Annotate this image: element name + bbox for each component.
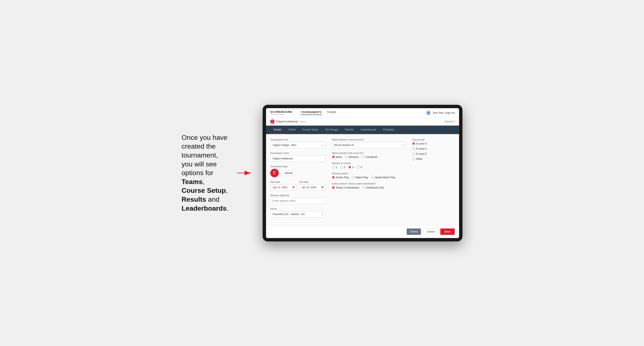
format-label-6count5: 6 count 5 bbox=[416, 152, 426, 155]
logo-area: SCOREBOARD Powered by clippd bbox=[270, 110, 292, 115]
sponsor-input[interactable] bbox=[270, 198, 326, 204]
dates-group: Start date 📅 End date 📅 bbox=[270, 181, 326, 191]
team-label: Is this event for Teams and/or Individua… bbox=[332, 182, 406, 185]
format-label-6count4: 6 count 4 bbox=[416, 147, 426, 150]
tournament-host-select[interactable]: Clippd College - Men bbox=[270, 142, 326, 148]
save-button[interactable]: Save bbox=[440, 228, 455, 235]
division-group: Which division is the event for? NCAA Di… bbox=[332, 138, 406, 148]
action-bar: Delete Cancel Save bbox=[266, 225, 459, 238]
tablet-frame: SCOREBOARD Powered by clippd TOURNAMENTS… bbox=[262, 105, 462, 241]
upload-button[interactable]: Upload bbox=[281, 170, 296, 176]
gender-label-mens: Mens bbox=[336, 156, 342, 159]
team-radio-teams[interactable] bbox=[332, 186, 335, 189]
tournament-logo-group: Tournament logo C Upload bbox=[270, 165, 326, 177]
rounds-label-3: 3 bbox=[352, 166, 354, 169]
venue-label: Venue bbox=[270, 207, 326, 210]
format-label-5count4: 5 count 4 bbox=[416, 142, 426, 145]
annotation-arrow bbox=[237, 167, 254, 179]
tab-printables[interactable]: Printables bbox=[380, 126, 398, 134]
end-date-group: End date 📅 bbox=[299, 181, 326, 191]
tournament-name-input[interactable] bbox=[270, 155, 326, 162]
rounds-label-4: 4 bbox=[360, 166, 362, 169]
tournament-name: Clippd Invitational bbox=[276, 120, 298, 123]
nav-link-tournaments[interactable]: TOURNAMENTS bbox=[301, 111, 322, 115]
gender-option-mens[interactable]: Mens bbox=[332, 156, 342, 159]
logo-title: SCOREBOARD bbox=[270, 110, 292, 114]
format-option-5count4[interactable]: 5 count 4 bbox=[412, 142, 455, 145]
tournament-host-label: Tournament Host bbox=[270, 138, 326, 141]
rounds-option-3[interactable]: 3 bbox=[348, 166, 354, 169]
tournament-name-group: Tournament name bbox=[270, 152, 326, 162]
rounds-option-4[interactable]: 4 bbox=[357, 166, 362, 169]
team-radio-individuals[interactable] bbox=[362, 186, 365, 189]
format-label-other: Other bbox=[416, 158, 422, 161]
tournament-logo-label: Tournament logo bbox=[270, 165, 326, 168]
gender-radio-combined[interactable] bbox=[362, 156, 364, 158]
right-column: Which division is the event for? NCAA Di… bbox=[332, 138, 406, 221]
gender-radio-womens[interactable] bbox=[345, 156, 348, 158]
gender-option-womens[interactable]: Womens bbox=[345, 156, 359, 159]
logo-upload-row: C Upload bbox=[270, 169, 326, 177]
scoring-radio-stroke[interactable] bbox=[332, 176, 335, 179]
tournament-logo-small: C bbox=[270, 119, 274, 124]
nav-links: TOURNAMENTS TEAMS bbox=[301, 111, 336, 115]
tab-details[interactable]: Details bbox=[270, 126, 285, 134]
scoring-option-medal-match[interactable]: Medal Match Play bbox=[371, 176, 395, 179]
scoring-option-match[interactable]: Match Play bbox=[352, 176, 368, 179]
rounds-label-2: 2 bbox=[344, 166, 346, 169]
gender-option-combined[interactable]: Combined bbox=[362, 156, 377, 159]
logo-circle: C bbox=[270, 169, 279, 177]
tab-teams[interactable]: Teams bbox=[285, 126, 299, 134]
scoring-label: Scoring system bbox=[332, 172, 406, 175]
format-radio-5count4[interactable] bbox=[412, 142, 415, 145]
format-option-other[interactable]: Other bbox=[412, 158, 455, 161]
format-options: 5 count 4 6 count 4 6 count 5 Other bbox=[412, 142, 455, 161]
rounds-radio-group: 1 2 3 4 bbox=[332, 166, 406, 169]
venue-group: Venue Peachtree GC - Atlanta - GA ▼ bbox=[270, 207, 326, 217]
format-radio-other[interactable] bbox=[412, 158, 415, 160]
format-type-label: Format type bbox=[412, 138, 455, 141]
gender-label: Which gender is the event for? bbox=[332, 152, 406, 154]
scoring-radio-medal-match[interactable] bbox=[371, 176, 374, 179]
tab-course-setup[interactable]: Course Setup bbox=[299, 126, 322, 134]
venue-select[interactable]: Peachtree GC - Atlanta - GA bbox=[270, 211, 326, 217]
gender-radio-mens[interactable] bbox=[332, 156, 335, 158]
rounds-radio-4[interactable] bbox=[357, 166, 360, 169]
rounds-group: Number of rounds 1 2 bbox=[332, 162, 406, 169]
team-option-individuals[interactable]: Individuals Only bbox=[362, 186, 384, 189]
user-text[interactable]: Test User | Sign out bbox=[433, 111, 455, 114]
calendar-icon-end: 📅 bbox=[321, 186, 324, 189]
rounds-label: Number of rounds bbox=[332, 162, 406, 165]
cancel-top-button[interactable]: Cancel X bbox=[444, 120, 455, 123]
nav-link-teams[interactable]: TEAMS bbox=[327, 111, 336, 115]
tablet-screen: SCOREBOARD Powered by clippd TOURNAMENTS… bbox=[266, 108, 459, 238]
rounds-radio-1[interactable] bbox=[332, 166, 335, 169]
format-radio-6count4[interactable] bbox=[412, 147, 415, 150]
tab-tee-groups[interactable]: Tee Groups bbox=[322, 126, 342, 134]
scoring-option-stroke[interactable]: Stroke Play bbox=[332, 176, 349, 179]
rounds-radio-2[interactable] bbox=[340, 166, 343, 169]
delete-button[interactable]: Delete bbox=[407, 228, 421, 235]
cancel-button[interactable]: Cancel bbox=[423, 228, 438, 235]
far-right-column: Format type 5 count 4 6 count 4 6 cou bbox=[412, 138, 455, 221]
format-option-6count4[interactable]: 6 count 4 bbox=[412, 147, 455, 150]
rounds-radio-3[interactable] bbox=[348, 166, 351, 169]
scoring-radio-group: Stroke Play Match Play Medal Match Play bbox=[332, 176, 406, 179]
gender-label-combined: Combined bbox=[366, 156, 377, 159]
logo-sub: Powered by clippd bbox=[270, 114, 292, 115]
top-nav: SCOREBOARD Powered by clippd TOURNAMENTS… bbox=[266, 108, 459, 118]
scoring-radio-match[interactable] bbox=[352, 176, 354, 179]
rounds-option-1[interactable]: 1 bbox=[332, 166, 337, 169]
rounds-option-2[interactable]: 2 bbox=[340, 166, 346, 169]
division-select[interactable]: NCAA Division III bbox=[332, 142, 406, 148]
tab-results[interactable]: Results bbox=[342, 126, 357, 134]
tournament-host-group: Tournament Host Clippd College - Men ▼ bbox=[270, 138, 326, 148]
format-option-6count5[interactable]: 6 count 5 bbox=[412, 152, 455, 155]
tab-leaderboards[interactable]: Leaderboards bbox=[357, 126, 380, 134]
format-radio-6count5[interactable] bbox=[412, 152, 415, 155]
main-content: Tournament Host Clippd College - Men ▼ T… bbox=[266, 134, 459, 225]
team-option-teams[interactable]: Teams (+Individuals) bbox=[332, 186, 359, 189]
date-row: Start date 📅 End date 📅 bbox=[270, 181, 326, 191]
team-label-teams: Teams (+Individuals) bbox=[336, 186, 359, 189]
nav-right: 👤 Test User | Sign out bbox=[426, 110, 455, 115]
